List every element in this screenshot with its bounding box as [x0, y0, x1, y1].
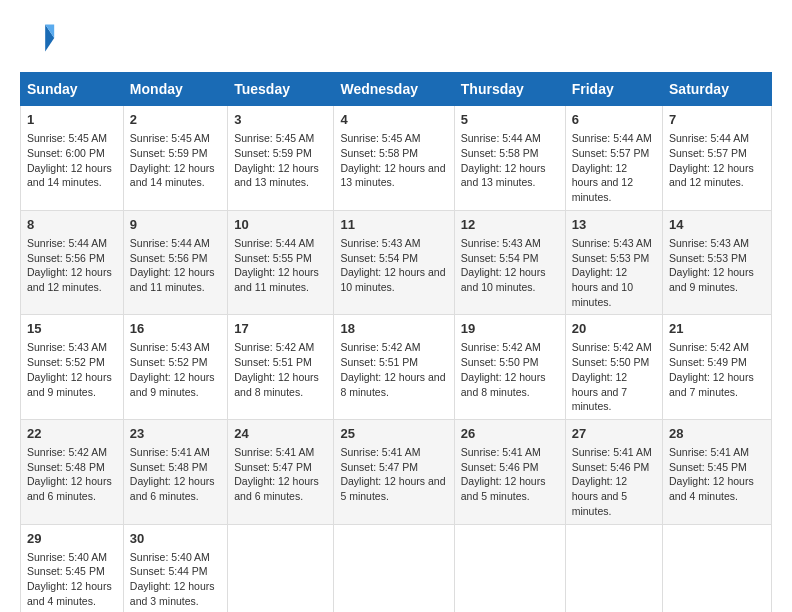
sunrise-text: Sunrise: 5:42 AM — [461, 341, 541, 353]
sunset-text: Sunset: 5:47 PM — [234, 461, 312, 473]
calendar-cell: 29Sunrise: 5:40 AMSunset: 5:45 PMDayligh… — [21, 524, 124, 612]
calendar-body: 1Sunrise: 5:45 AMSunset: 6:00 PMDaylight… — [21, 106, 772, 613]
logo — [20, 20, 60, 56]
header-cell-tuesday: Tuesday — [228, 73, 334, 106]
daylight-text: Daylight: 12 hours and 14 minutes. — [27, 162, 112, 189]
sunrise-text: Sunrise: 5:41 AM — [130, 446, 210, 458]
daylight-text: Daylight: 12 hours and 6 minutes. — [234, 475, 319, 502]
calendar-cell: 21Sunrise: 5:42 AMSunset: 5:49 PMDayligh… — [663, 315, 772, 420]
daylight-text: Daylight: 12 hours and 6 minutes. — [27, 475, 112, 502]
calendar-cell: 7Sunrise: 5:44 AMSunset: 5:57 PMDaylight… — [663, 106, 772, 211]
daylight-text: Daylight: 12 hours and 7 minutes. — [669, 371, 754, 398]
sunset-text: Sunset: 5:51 PM — [340, 356, 418, 368]
sunrise-text: Sunrise: 5:42 AM — [27, 446, 107, 458]
header-cell-friday: Friday — [565, 73, 662, 106]
sunrise-text: Sunrise: 5:41 AM — [669, 446, 749, 458]
daylight-text: Daylight: 12 hours and 10 minutes. — [572, 266, 633, 307]
calendar-cell: 23Sunrise: 5:41 AMSunset: 5:48 PMDayligh… — [123, 419, 227, 524]
sunset-text: Sunset: 5:54 PM — [340, 252, 418, 264]
sunset-text: Sunset: 5:53 PM — [669, 252, 747, 264]
day-number: 14 — [669, 216, 765, 234]
header-cell-thursday: Thursday — [454, 73, 565, 106]
daylight-text: Daylight: 12 hours and 13 minutes. — [340, 162, 445, 189]
sunrise-text: Sunrise: 5:45 AM — [234, 132, 314, 144]
sunset-text: Sunset: 5:48 PM — [130, 461, 208, 473]
sunset-text: Sunset: 5:56 PM — [130, 252, 208, 264]
sunrise-text: Sunrise: 5:41 AM — [572, 446, 652, 458]
daylight-text: Daylight: 12 hours and 9 minutes. — [130, 371, 215, 398]
sunset-text: Sunset: 5:47 PM — [340, 461, 418, 473]
day-number: 3 — [234, 111, 327, 129]
daylight-text: Daylight: 12 hours and 12 minutes. — [27, 266, 112, 293]
sunset-text: Sunset: 5:53 PM — [572, 252, 650, 264]
daylight-text: Daylight: 12 hours and 4 minutes. — [669, 475, 754, 502]
calendar-cell: 10Sunrise: 5:44 AMSunset: 5:55 PMDayligh… — [228, 210, 334, 315]
calendar-cell: 3Sunrise: 5:45 AMSunset: 5:59 PMDaylight… — [228, 106, 334, 211]
daylight-text: Daylight: 12 hours and 7 minutes. — [572, 371, 627, 412]
calendar-table: SundayMondayTuesdayWednesdayThursdayFrid… — [20, 72, 772, 612]
week-row-4: 22Sunrise: 5:42 AMSunset: 5:48 PMDayligh… — [21, 419, 772, 524]
daylight-text: Daylight: 12 hours and 3 minutes. — [130, 580, 215, 607]
calendar-cell: 25Sunrise: 5:41 AMSunset: 5:47 PMDayligh… — [334, 419, 454, 524]
day-number: 19 — [461, 320, 559, 338]
day-number: 28 — [669, 425, 765, 443]
day-number: 8 — [27, 216, 117, 234]
calendar-cell: 12Sunrise: 5:43 AMSunset: 5:54 PMDayligh… — [454, 210, 565, 315]
sunset-text: Sunset: 5:46 PM — [572, 461, 650, 473]
daylight-text: Daylight: 12 hours and 8 minutes. — [234, 371, 319, 398]
day-number: 11 — [340, 216, 447, 234]
calendar-cell: 19Sunrise: 5:42 AMSunset: 5:50 PMDayligh… — [454, 315, 565, 420]
day-number: 9 — [130, 216, 221, 234]
week-row-5: 29Sunrise: 5:40 AMSunset: 5:45 PMDayligh… — [21, 524, 772, 612]
sunset-text: Sunset: 5:52 PM — [27, 356, 105, 368]
day-number: 6 — [572, 111, 656, 129]
sunrise-text: Sunrise: 5:44 AM — [669, 132, 749, 144]
week-row-2: 8Sunrise: 5:44 AMSunset: 5:56 PMDaylight… — [21, 210, 772, 315]
sunrise-text: Sunrise: 5:45 AM — [340, 132, 420, 144]
calendar-cell: 27Sunrise: 5:41 AMSunset: 5:46 PMDayligh… — [565, 419, 662, 524]
sunset-text: Sunset: 5:45 PM — [669, 461, 747, 473]
calendar-cell — [228, 524, 334, 612]
daylight-text: Daylight: 12 hours and 6 minutes. — [130, 475, 215, 502]
header-cell-wednesday: Wednesday — [334, 73, 454, 106]
day-number: 5 — [461, 111, 559, 129]
day-number: 12 — [461, 216, 559, 234]
sunrise-text: Sunrise: 5:44 AM — [27, 237, 107, 249]
sunrise-text: Sunrise: 5:44 AM — [572, 132, 652, 144]
sunrise-text: Sunrise: 5:43 AM — [669, 237, 749, 249]
day-number: 15 — [27, 320, 117, 338]
day-number: 2 — [130, 111, 221, 129]
calendar-cell: 20Sunrise: 5:42 AMSunset: 5:50 PMDayligh… — [565, 315, 662, 420]
header-cell-saturday: Saturday — [663, 73, 772, 106]
calendar-cell: 4Sunrise: 5:45 AMSunset: 5:58 PMDaylight… — [334, 106, 454, 211]
day-number: 21 — [669, 320, 765, 338]
sunrise-text: Sunrise: 5:43 AM — [461, 237, 541, 249]
calendar-cell: 13Sunrise: 5:43 AMSunset: 5:53 PMDayligh… — [565, 210, 662, 315]
calendar-cell: 22Sunrise: 5:42 AMSunset: 5:48 PMDayligh… — [21, 419, 124, 524]
day-number: 26 — [461, 425, 559, 443]
sunset-text: Sunset: 6:00 PM — [27, 147, 105, 159]
day-number: 30 — [130, 530, 221, 548]
sunset-text: Sunset: 5:58 PM — [461, 147, 539, 159]
calendar-cell: 28Sunrise: 5:41 AMSunset: 5:45 PMDayligh… — [663, 419, 772, 524]
day-number: 7 — [669, 111, 765, 129]
sunrise-text: Sunrise: 5:45 AM — [130, 132, 210, 144]
day-number: 23 — [130, 425, 221, 443]
sunrise-text: Sunrise: 5:41 AM — [340, 446, 420, 458]
calendar-cell: 6Sunrise: 5:44 AMSunset: 5:57 PMDaylight… — [565, 106, 662, 211]
daylight-text: Daylight: 12 hours and 13 minutes. — [461, 162, 546, 189]
sunrise-text: Sunrise: 5:42 AM — [234, 341, 314, 353]
week-row-1: 1Sunrise: 5:45 AMSunset: 6:00 PMDaylight… — [21, 106, 772, 211]
calendar-cell — [565, 524, 662, 612]
calendar-cell — [334, 524, 454, 612]
daylight-text: Daylight: 12 hours and 5 minutes. — [461, 475, 546, 502]
sunrise-text: Sunrise: 5:42 AM — [340, 341, 420, 353]
sunset-text: Sunset: 5:56 PM — [27, 252, 105, 264]
sunrise-text: Sunrise: 5:41 AM — [461, 446, 541, 458]
calendar-cell: 16Sunrise: 5:43 AMSunset: 5:52 PMDayligh… — [123, 315, 227, 420]
day-number: 25 — [340, 425, 447, 443]
calendar-cell: 30Sunrise: 5:40 AMSunset: 5:44 PMDayligh… — [123, 524, 227, 612]
daylight-text: Daylight: 12 hours and 8 minutes. — [461, 371, 546, 398]
day-number: 10 — [234, 216, 327, 234]
day-number: 20 — [572, 320, 656, 338]
